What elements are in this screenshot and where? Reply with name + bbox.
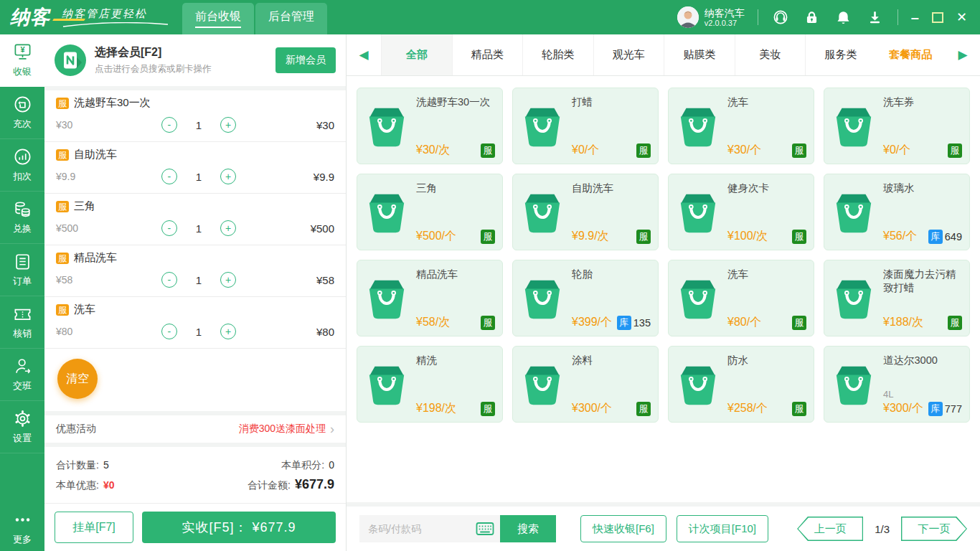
product-card[interactable]: 三角 ¥500/个服	[357, 174, 503, 250]
unit-price: ¥500	[56, 222, 135, 234]
maximize-button[interactable]	[932, 12, 943, 23]
plus-button[interactable]: +	[220, 169, 236, 184]
product-bag-icon	[520, 191, 565, 235]
line-total: ¥30	[263, 119, 334, 131]
minus-button[interactable]: -	[161, 220, 177, 236]
product-card[interactable]: 洗车 ¥80/个服	[668, 260, 814, 336]
category-tab-package[interactable]: 套餐商品	[876, 34, 946, 75]
product-bag-icon	[676, 363, 720, 408]
next-page-button[interactable]: 下一页	[901, 517, 967, 541]
minus-button[interactable]: -	[161, 117, 177, 133]
customer-service-icon[interactable]	[771, 8, 790, 27]
promo-value: 消费300送漆面处理	[239, 423, 326, 435]
line-total: ¥80	[263, 326, 334, 338]
plus-button[interactable]: +	[220, 220, 236, 236]
svg-text:¥: ¥	[20, 45, 25, 54]
sidebar-item-exchange[interactable]: 兑换	[0, 192, 44, 244]
line-total: ¥500	[263, 222, 334, 235]
checkout-button[interactable]: 实收[F5]： ¥677.9	[142, 512, 336, 543]
minus-button[interactable]: -	[161, 324, 177, 339]
count-project-button[interactable]: 计次项目[F10]	[677, 515, 768, 542]
sidebar-item-cashier[interactable]: ¥ 收银	[0, 34, 44, 87]
stock-count: 649	[945, 231, 962, 242]
product-card[interactable]: 洗车券 ¥0/个服	[824, 88, 970, 164]
product-card[interactable]: 洗越野车30一次 ¥30/次服	[357, 88, 503, 164]
category-tab[interactable]: 精品类	[452, 34, 523, 75]
clear-cart-button[interactable]: 清空	[57, 359, 98, 399]
product-card[interactable]: 打蜡 ¥0/个服	[512, 88, 659, 164]
service-tag: 服	[792, 143, 806, 158]
line-total: ¥9.9	[263, 171, 334, 183]
category-next-arrow[interactable]: ▶	[946, 34, 980, 75]
service-tag: 服	[948, 316, 962, 330]
tab-front-cashier[interactable]: 前台收银	[182, 3, 254, 34]
sidebar-item-verify[interactable]: 核销	[0, 296, 44, 349]
line-total: ¥58	[263, 274, 334, 286]
product-grid: 洗越野车30一次 ¥30/次服 打蜡 ¥0/个服 洗车 ¥30/个服	[347, 76, 980, 502]
product-card[interactable]: 漆面魔力去污精致打蜡 ¥188/次服	[824, 260, 970, 336]
download-icon[interactable]	[866, 8, 885, 27]
sidebar-item-settings[interactable]: 设置	[0, 401, 44, 453]
product-bag-icon	[364, 363, 409, 408]
category-tab[interactable]: 贴膜类	[664, 34, 735, 75]
main-nav: 前台收银 后台管理	[182, 0, 329, 34]
search-button[interactable]: 搜索	[500, 515, 556, 542]
page-indicator: 1/3	[875, 523, 890, 535]
category-tab-all[interactable]: 全部	[381, 34, 452, 75]
close-button[interactable]: ✕	[956, 9, 967, 25]
sidebar-item-deduct[interactable]: 扣次	[0, 139, 44, 192]
sidebar-spacer	[0, 453, 44, 505]
product-card[interactable]: 精洗 ¥198/次服	[357, 346, 503, 423]
minimize-button[interactable]: –	[911, 9, 919, 26]
settings-icon	[13, 409, 32, 428]
total-qty-label: 合计数量:	[56, 459, 99, 472]
category-tab[interactable]: 服务类	[805, 34, 876, 75]
sidebar-item-shift[interactable]: 交班	[0, 349, 44, 401]
member-subtitle: 点击进行会员搜索或刷卡操作	[95, 63, 267, 75]
plus-button[interactable]: +	[220, 324, 236, 339]
prev-page-button[interactable]: 上一页	[797, 517, 863, 541]
sidebar-item-more[interactable]: 更多	[0, 505, 44, 551]
avatar[interactable]	[677, 6, 699, 28]
category-prev-arrow[interactable]: ◀	[347, 34, 381, 75]
product-card[interactable]: 轮胎 ¥399/个库135	[512, 260, 659, 336]
product-card[interactable]: 道达尔3000 4L ¥300/个库777	[824, 346, 970, 423]
product-bag-icon	[831, 363, 876, 408]
quick-cashier-button[interactable]: 快速收银[F6]	[580, 515, 666, 542]
divider	[897, 9, 898, 25]
barcode-input[interactable]	[368, 523, 476, 534]
add-member-button[interactable]: 新增会员	[275, 47, 336, 73]
exchange-icon	[13, 199, 32, 219]
minus-button[interactable]: -	[161, 272, 177, 288]
product-card[interactable]: 健身次卡 ¥100/次服	[668, 174, 814, 250]
product-card[interactable]: 精品洗车 ¥58/次服	[357, 260, 503, 336]
product-card[interactable]: 防水 ¥258/个服	[668, 346, 814, 423]
product-card[interactable]: 玻璃水 ¥56/个库649	[824, 174, 970, 250]
plus-button[interactable]: +	[220, 272, 236, 288]
hold-order-button[interactable]: 挂单[F7]	[55, 512, 133, 543]
stock-count: 777	[945, 403, 962, 415]
product-card[interactable]: 涂料 ¥300/个服	[512, 346, 659, 423]
verify-icon	[13, 304, 32, 324]
category-tab[interactable]: 观光车	[593, 34, 664, 75]
sidebar-item-orders[interactable]: 订单	[0, 244, 44, 296]
service-tag: 服	[792, 402, 806, 416]
select-member-area[interactable]: 选择会员[F2] 点击进行会员搜索或刷卡操作 新增会员	[44, 34, 346, 86]
points-value: 0	[329, 459, 334, 471]
tab-back-admin[interactable]: 后台管理	[255, 3, 327, 34]
store-name: 纳客汽车	[705, 7, 745, 19]
lock-icon[interactable]	[803, 8, 821, 27]
plus-button[interactable]: +	[220, 117, 236, 133]
sidebar-item-recharge[interactable]: 充次	[0, 87, 44, 139]
promo-row[interactable]: 优惠活动 消费300送漆面处理 ›	[44, 415, 346, 443]
product-card[interactable]: 洗车 ¥30/个服	[668, 88, 814, 164]
keyboard-icon[interactable]	[476, 522, 494, 536]
product-bag-icon	[831, 191, 876, 235]
category-tab[interactable]: 轮胎类	[522, 34, 593, 75]
category-tab[interactable]: 美妆	[735, 34, 806, 75]
minus-button[interactable]: -	[161, 169, 177, 184]
bell-icon[interactable]	[834, 8, 853, 27]
clear-section: 清空	[44, 349, 346, 411]
product-card[interactable]: 自助洗车 ¥9.9/次服	[512, 174, 659, 250]
service-badge: 服	[56, 149, 69, 161]
